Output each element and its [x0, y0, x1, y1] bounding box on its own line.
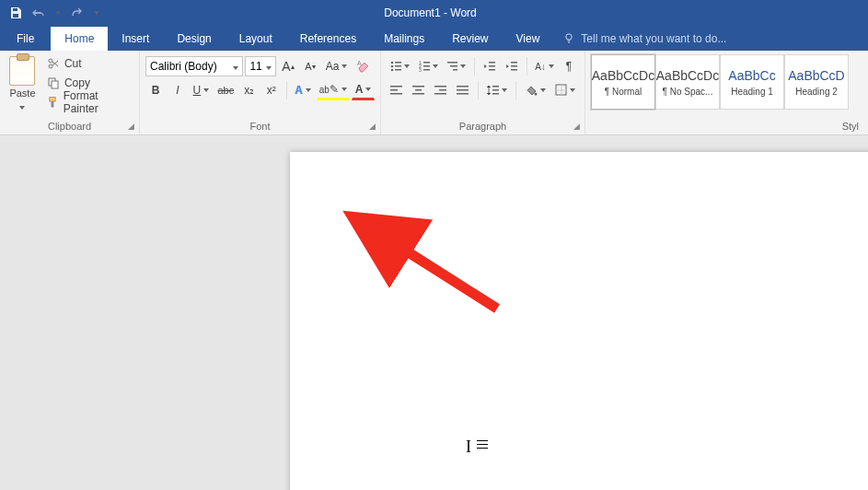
ribbon: Paste Cut Copy Format Painter Clipboard	[0, 51, 868, 135]
strikethrough-button[interactable]: abc	[214, 80, 237, 100]
style-item-1[interactable]: AaBbCcDc¶ No Spac...	[655, 54, 720, 110]
paste-label: Paste	[9, 88, 35, 99]
italic-button[interactable]: I	[168, 80, 188, 100]
copy-icon	[47, 76, 60, 89]
style-item-0[interactable]: AaBbCcDc¶ Normal	[591, 54, 655, 110]
font-size-combo[interactable]: 11	[245, 56, 276, 76]
document-area[interactable]	[0, 135, 868, 490]
undo-dropdown-icon[interactable]	[53, 3, 63, 23]
style-item-2[interactable]: AaBbCcHeading 1	[720, 54, 784, 110]
shading-button[interactable]	[521, 80, 549, 100]
align-left-button[interactable]	[387, 80, 407, 100]
change-case-button[interactable]: Aa	[322, 56, 351, 76]
svg-point-3	[49, 64, 52, 68]
separator	[527, 57, 527, 76]
brush-icon	[47, 96, 59, 109]
svg-rect-26	[489, 65, 495, 67]
borders-button[interactable]	[551, 80, 579, 100]
font-color-button[interactable]: A	[352, 80, 375, 100]
svg-rect-8	[51, 101, 53, 107]
group-label-styles: Styl	[591, 119, 862, 134]
paste-button[interactable]: Paste	[6, 54, 40, 119]
quick-access-toolbar	[0, 3, 103, 23]
numbering-icon: 123	[419, 61, 430, 72]
separator	[474, 57, 475, 76]
align-right-button[interactable]	[431, 80, 451, 100]
show-marks-button[interactable]: ¶	[559, 56, 579, 76]
styles-gallery[interactable]: AaBbCcDc¶ NormalAaBbCcDc¶ No Spac...AaBb…	[591, 54, 862, 110]
text-effects-button[interactable]: A	[292, 80, 315, 100]
style-item-3[interactable]: AaBbCcDHeading 2	[784, 54, 849, 110]
svg-point-14	[391, 69, 394, 72]
svg-rect-35	[415, 89, 422, 91]
cut-button[interactable]: Cut	[43, 54, 133, 73]
group-styles: AaBbCcDc¶ NormalAaBbCcDc¶ No Spac...AaBb…	[585, 51, 868, 134]
qat-customize-icon[interactable]	[90, 3, 103, 23]
tab-view[interactable]: View	[503, 27, 554, 51]
align-center-button[interactable]	[409, 80, 429, 100]
group-label-paragraph: Paragraph	[387, 119, 579, 134]
line-spacing-icon	[487, 84, 499, 97]
tab-file[interactable]: File	[0, 27, 51, 51]
style-preview: AaBbCcD	[788, 68, 844, 83]
svg-text:A: A	[357, 60, 362, 66]
bold-button[interactable]: B	[145, 80, 166, 100]
svg-point-10	[391, 62, 394, 64]
underline-button[interactable]: U	[190, 80, 213, 100]
clipboard-launcher-icon[interactable]: ◢	[125, 121, 136, 132]
multilevel-list-button[interactable]	[444, 56, 470, 76]
highlight-button[interactable]: ab✎	[317, 80, 351, 100]
superscript-button[interactable]: x²	[261, 80, 282, 100]
svg-rect-45	[492, 93, 499, 95]
subscript-button[interactable]: x₂	[239, 80, 260, 100]
ibeam-lines-icon	[477, 440, 488, 441]
font-name-combo[interactable]: Calibri (Body)	[145, 56, 243, 76]
tell-me-search[interactable]: Tell me what you want to do...	[553, 32, 735, 51]
redo-icon[interactable]	[66, 3, 87, 23]
svg-rect-7	[50, 98, 55, 102]
align-left-icon	[390, 85, 403, 96]
numbering-button[interactable]: 123	[415, 56, 442, 76]
svg-text:3: 3	[419, 67, 422, 72]
tab-insert[interactable]: Insert	[108, 27, 163, 51]
sort-button[interactable]: A↓	[532, 56, 557, 76]
tab-mailings[interactable]: Mailings	[370, 27, 438, 51]
grow-font-button[interactable]: A▴	[278, 56, 298, 76]
paragraph-launcher-icon[interactable]: ◢	[571, 121, 582, 132]
svg-rect-1	[13, 14, 18, 18]
justify-button[interactable]	[453, 80, 473, 100]
svg-rect-13	[395, 65, 401, 67]
font-launcher-icon[interactable]: ◢	[366, 121, 377, 132]
svg-rect-23	[450, 65, 458, 67]
svg-point-2	[566, 34, 572, 40]
svg-rect-37	[434, 86, 446, 88]
line-spacing-button[interactable]	[483, 80, 511, 100]
align-center-icon	[412, 85, 425, 96]
paste-dropdown-icon[interactable]	[19, 100, 25, 111]
shrink-font-button[interactable]: A▾	[300, 56, 320, 76]
svg-rect-28	[511, 62, 517, 64]
tab-layout[interactable]: Layout	[226, 27, 286, 51]
tab-design[interactable]: Design	[163, 27, 225, 51]
page[interactable]	[290, 152, 868, 490]
style-name: Heading 1	[731, 87, 773, 97]
svg-rect-11	[395, 62, 401, 64]
svg-rect-36	[412, 93, 424, 95]
tab-review[interactable]: Review	[438, 27, 502, 51]
text-caret	[379, 239, 380, 253]
clear-formatting-button[interactable]: A	[353, 56, 375, 76]
ibeam-cursor-icon: I	[466, 438, 471, 457]
outdent-icon	[483, 61, 496, 72]
save-icon[interactable]	[6, 3, 26, 23]
svg-rect-44	[492, 89, 499, 91]
bullets-button[interactable]	[387, 56, 413, 76]
svg-rect-42	[457, 93, 469, 95]
tab-home[interactable]: Home	[51, 27, 108, 51]
undo-icon[interactable]	[29, 3, 50, 23]
decrease-indent-button[interactable]	[480, 56, 500, 76]
increase-indent-button[interactable]	[502, 56, 522, 76]
format-painter-button[interactable]: Format Painter	[43, 93, 133, 111]
tab-references[interactable]: References	[286, 27, 370, 51]
style-preview: AaBbCc	[728, 68, 775, 83]
separator	[478, 81, 479, 99]
